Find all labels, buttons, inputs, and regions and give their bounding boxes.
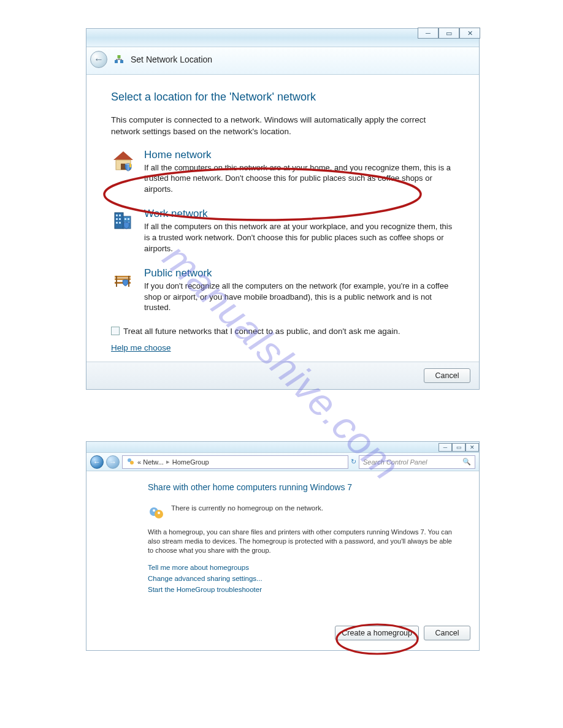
help-me-choose-link[interactable]: Help me choose bbox=[111, 343, 171, 352]
svg-rect-11 bbox=[116, 218, 118, 220]
svg-point-29 bbox=[153, 509, 155, 512]
option-work-desc: If all the computers on this network are… bbox=[144, 221, 454, 254]
nav-forward-button[interactable]: → bbox=[106, 455, 120, 469]
svg-point-30 bbox=[158, 512, 160, 514]
arrow-left-icon: ← bbox=[94, 54, 104, 65]
breadcrumb-network-segment[interactable]: « Netw... bbox=[137, 458, 164, 466]
homegroup-control-panel-window: ─ ▭ ✕ ← → « Netw... ▸ HomeGroup ↻ Search… bbox=[86, 441, 480, 651]
dialog-header: ← Set Network Location bbox=[86, 47, 479, 75]
minimize-button[interactable]: ─ bbox=[418, 28, 439, 39]
option-home-title: Home network bbox=[144, 149, 454, 161]
no-homegroup-message: There is currently no homegroup on the n… bbox=[171, 504, 323, 512]
back-button[interactable]: ← bbox=[90, 51, 107, 68]
svg-point-26 bbox=[130, 461, 134, 464]
option-work-title: Work network bbox=[144, 208, 454, 220]
link-troubleshooter[interactable]: Start the HomeGroup troubleshooter bbox=[148, 586, 454, 593]
svg-rect-15 bbox=[124, 218, 126, 220]
svg-rect-10 bbox=[119, 214, 121, 216]
option-public-title: Public network bbox=[144, 267, 454, 279]
park-bench-icon bbox=[111, 267, 136, 292]
breadcrumb-homegroup-segment[interactable]: HomeGroup bbox=[172, 458, 209, 466]
office-building-icon bbox=[111, 208, 136, 232]
nav-toolbar: ← → « Netw... ▸ HomeGroup ↻ Search Contr… bbox=[86, 453, 479, 471]
option-public-network[interactable]: Public network If you don't recognize al… bbox=[111, 267, 454, 313]
dialog-title: Set Network Location bbox=[131, 55, 212, 64]
cancel-button[interactable]: Cancel bbox=[424, 626, 470, 640]
cancel-button[interactable]: Cancel bbox=[424, 368, 470, 383]
svg-rect-0 bbox=[115, 60, 118, 63]
svg-rect-1 bbox=[120, 60, 123, 63]
treat-public-label: Treat all future networks that I connect… bbox=[123, 327, 400, 336]
network-location-icon bbox=[113, 54, 124, 65]
option-work-network[interactable]: Work network If all the computers on thi… bbox=[111, 208, 454, 254]
svg-rect-22 bbox=[116, 276, 117, 287]
minimize-button[interactable]: ─ bbox=[439, 443, 452, 452]
arrow-right-icon: → bbox=[109, 458, 117, 466]
search-icon: 🔍 bbox=[462, 458, 471, 466]
option-home-desc: If all the computers on this network are… bbox=[144, 162, 454, 195]
svg-rect-9 bbox=[116, 214, 118, 216]
treat-public-row: Treat all future networks that I connect… bbox=[111, 327, 454, 336]
breadcrumb-separator-icon: ▸ bbox=[166, 458, 170, 466]
arrow-left-icon: ← bbox=[93, 458, 101, 466]
close-button[interactable]: ✕ bbox=[465, 443, 479, 452]
close-button[interactable]: ✕ bbox=[459, 28, 480, 39]
svg-marker-3 bbox=[113, 151, 133, 160]
svg-rect-16 bbox=[128, 218, 129, 220]
search-placeholder: Search Control Panel bbox=[363, 458, 427, 466]
set-network-location-dialog: ─ ▭ ✕ ← Set Network Location Select a lo… bbox=[86, 28, 480, 390]
refresh-icon[interactable]: ↻ bbox=[351, 458, 356, 466]
option-home-network[interactable]: Home network If all the computers on thi… bbox=[111, 149, 454, 195]
link-tell-me-more[interactable]: Tell me more about homegroups bbox=[148, 564, 454, 571]
share-heading: Share with other home computers running … bbox=[148, 482, 454, 492]
homegroup-icon bbox=[148, 504, 165, 521]
create-homegroup-button[interactable]: Create a homegroup bbox=[335, 626, 419, 640]
breadcrumb-bar[interactable]: « Netw... ▸ HomeGroup bbox=[122, 455, 348, 469]
svg-rect-23 bbox=[128, 276, 129, 287]
svg-rect-6 bbox=[129, 164, 131, 167]
maximize-button[interactable]: ▭ bbox=[452, 443, 465, 452]
treat-public-checkbox[interactable] bbox=[111, 327, 120, 335]
link-advanced-sharing[interactable]: Change advanced sharing settings... bbox=[148, 575, 454, 582]
search-input[interactable]: Search Control Panel 🔍 bbox=[359, 455, 475, 469]
window-titlebar: ─ ▭ ✕ bbox=[86, 442, 479, 453]
maximize-button[interactable]: ▭ bbox=[439, 28, 459, 39]
house-icon bbox=[111, 149, 136, 173]
svg-rect-14 bbox=[119, 222, 121, 224]
main-heading: Select a location for the 'Network' netw… bbox=[111, 91, 454, 104]
homegroup-description: With a homegroup, you can share files an… bbox=[148, 528, 454, 555]
svg-rect-2 bbox=[118, 55, 121, 58]
svg-rect-12 bbox=[119, 218, 121, 220]
window-controls: ─ ▭ ✕ bbox=[418, 28, 480, 39]
svg-rect-13 bbox=[116, 222, 118, 224]
nav-back-button[interactable]: ← bbox=[90, 455, 104, 469]
homegroup-icon bbox=[126, 457, 135, 467]
intro-text: This computer is connected to a network.… bbox=[111, 115, 454, 138]
option-public-desc: If you don't recognize all the computers… bbox=[144, 281, 454, 313]
